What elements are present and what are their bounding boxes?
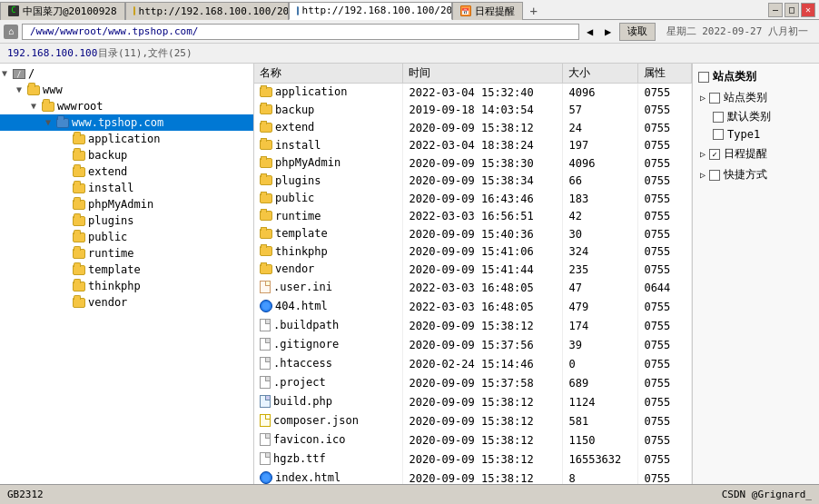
tree-item-root[interactable]: ▼ / / [0,65,253,82]
tree-item-runtime[interactable]: runtime [0,245,253,262]
tree-label-www: www [43,83,63,97]
nav-prev-button[interactable]: ◀ [583,25,597,39]
table-row[interactable]: favicon.ico2020-09-09 15:38:1211500755 [254,431,692,450]
tree-item-backup[interactable]: backup [0,147,253,163]
folder-icon-install [73,183,85,193]
table-row[interactable]: public2020-09-09 16:43:461830755 [254,190,692,208]
file-name-wrapper: application [260,84,347,99]
col-name[interactable]: 名称 [254,64,403,84]
file-name-text: 404.html [275,299,328,313]
file-time-cell: 2022-03-03 16:48:05 [403,298,563,317]
tree-arrow-www: ▼ [16,83,27,97]
file-name-wrapper: backup [260,103,314,117]
generic-file-icon [260,452,271,465]
tree-item-thinkphp[interactable]: thinkphp [0,278,253,294]
file-name-cell: index.html [254,469,403,485]
tab-ftp2[interactable]: http://192.168.100.100/2001... [289,2,452,20]
file-name-cell: build.php [254,393,403,412]
default-class-item[interactable]: 默认类别 [695,107,817,126]
schedule-checkbox[interactable] [709,149,720,160]
table-row[interactable]: .buildpath2020-09-09 15:38:121740755 [254,317,692,336]
add-tab-button[interactable]: + [523,2,545,20]
site-types-checkbox[interactable] [709,93,720,104]
table-row[interactable]: backup2019-09-18 14:03:54570755 [254,102,692,120]
file-name-wrapper: build.php [260,394,332,409]
table-row[interactable]: template2020-09-09 15:40:36300755 [254,225,692,243]
col-time[interactable]: 时间 [403,64,563,84]
table-row[interactable]: .gitignore2020-09-09 15:37:56390755 [254,336,692,355]
tab-caidao[interactable]: C 中国菜刀@20100928 [0,2,125,20]
tree-item-public[interactable]: public [0,229,253,245]
file-time-cell: 2020-09-09 15:37:58 [403,374,563,393]
schedule-label: 日程提醒 [724,146,767,162]
file-time-cell: 2020-09-09 15:41:06 [403,243,563,262]
file-name-wrapper: plugins [260,173,321,188]
table-row[interactable]: index.html2020-09-09 15:38:1280755 [254,469,692,485]
table-row[interactable]: extend2020-09-09 15:38:12240755 [254,119,692,137]
tree-item-extend[interactable]: extend [0,163,253,180]
folder-icon-wwwroot [42,102,54,112]
file-name-wrapper: template [260,226,328,241]
tree-item-install[interactable]: install [0,180,253,196]
tree-item-vendor[interactable]: vendor [0,294,253,311]
nav-next-button[interactable]: ▶ [601,25,616,39]
tree-item-phpmyadmin[interactable]: phpMyAdmin [0,196,253,212]
tree-arrow-tpshop: ▼ [45,115,56,130]
tree-arrow-root: ▼ [2,66,13,81]
tab-ftp1[interactable]: http://192.168.100.100/2001... [125,2,289,20]
folder-icon-thinkphp [73,282,85,292]
type1-item[interactable]: Type1 [695,126,817,143]
type1-checkbox[interactable] [713,129,724,140]
table-row[interactable]: application2022-03-04 15:32:4040960755 [254,84,692,102]
shortcuts-item[interactable]: ▷ 快捷方式 [695,165,817,184]
tree-label-runtime: runtime [88,246,134,261]
tab-calendar[interactable]: 📅 日程提醒 [452,2,523,20]
maximize-button[interactable]: □ [784,3,799,17]
file-name-text: phpMyAdmin [275,155,340,170]
site-types-label: 站点类别 [724,90,767,105]
file-name-text: application [275,84,347,99]
tree-item-wwwroot[interactable]: ▼ wwwroot [0,98,253,114]
default-type-item[interactable]: ▷ 站点类别 [695,88,817,107]
table-row[interactable]: runtime2022-03-03 16:56:51420755 [254,208,692,226]
generic-file-icon [260,319,271,331]
tree-item-www[interactable]: ▼ www [0,82,253,98]
table-row[interactable]: vendor2020-09-09 15:41:442350755 [254,261,692,279]
folder-icon-vendor [73,298,85,308]
table-row[interactable]: plugins2020-09-09 15:38:34660755 [254,173,692,191]
table-row[interactable]: .project2020-09-09 15:37:586890755 [254,374,692,393]
col-size[interactable]: 大小 [563,64,638,84]
table-row[interactable]: build.php2020-09-09 15:38:1211240755 [254,393,692,412]
schedule-item[interactable]: ▷ 日程提醒 [695,144,817,163]
tree-item-plugins[interactable]: plugins [0,212,253,229]
table-row[interactable]: install2022-03-04 18:38:241970755 [254,137,692,155]
file-name-cell: .buildpath [254,317,403,336]
table-row[interactable]: .user.ini2022-03-03 16:48:05470644 [254,279,692,298]
tree-item-tpshop[interactable]: ▼ www.tpshop.com [0,114,253,131]
table-row[interactable]: composer.json2020-09-09 15:38:125810755 [254,412,692,431]
table-row[interactable]: phpMyAdmin2020-09-09 15:38:3040960755 [254,154,692,173]
shortcuts-checkbox[interactable] [709,170,720,181]
file-time-cell: 2020-09-09 15:38:12 [403,317,563,336]
schedule-section: ▷ 日程提醒 [695,144,817,163]
table-row[interactable]: 404.html2022-03-03 16:48:054790755 [254,298,692,317]
tree-item-application[interactable]: application [0,131,253,147]
bookmarks-checkbox[interactable] [698,72,709,83]
file-name-cell: plugins [254,173,403,191]
default-class-checkbox[interactable] [713,112,724,123]
tree-label-root: / [28,66,35,81]
minimize-button[interactable]: — [768,3,783,17]
file-name-text: vendor [275,262,314,276]
file-attr-cell: 0755 [638,469,692,485]
close-button[interactable]: ✕ [801,3,815,17]
tree-item-template[interactable]: template [0,262,253,278]
file-name-wrapper: composer.json [260,413,359,428]
table-row[interactable]: hgzb.ttf2020-09-09 15:38:12165536320755 [254,450,692,469]
file-name-wrapper: thinkphp [260,244,328,259]
file-name-text: runtime [275,209,321,223]
table-row[interactable]: .htaccess2020-02-24 15:14:4600755 [254,355,692,374]
table-row[interactable]: thinkphp2020-09-09 15:41:063240755 [254,243,692,262]
col-attr[interactable]: 属性 [638,64,692,84]
read-button[interactable]: 读取 [619,23,656,41]
tree-label-public: public [88,230,127,244]
